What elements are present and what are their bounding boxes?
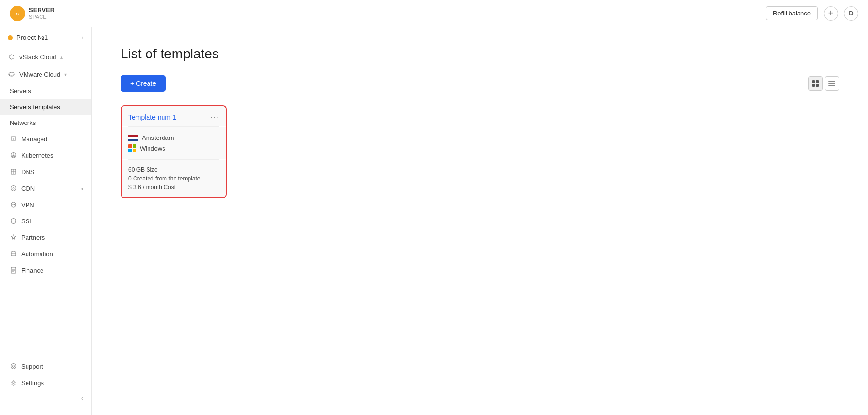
svg-rect-13 <box>812 80 815 83</box>
refill-balance-button[interactable]: Refill balance <box>766 6 818 20</box>
vstack-icon <box>8 53 15 61</box>
page-title: List of templates <box>121 46 839 62</box>
sidebar-item-partners[interactable]: Partners <box>0 229 91 246</box>
svg-point-10 <box>11 364 16 369</box>
vstack-chevron-icon: ▴ <box>60 55 63 60</box>
main-content: List of templates + Create <box>92 27 868 415</box>
sidebar-footer: Support Settings ‹ <box>0 354 91 405</box>
managed-label: Managed <box>21 136 83 143</box>
card-info: Amsterdam Windows <box>122 127 226 159</box>
cdn-chevron-icon: ◂ <box>81 186 83 191</box>
vstack-label: vStack Cloud <box>19 54 56 61</box>
avatar[interactable]: D <box>844 6 858 21</box>
top-header: S SERVER SPACE Refill balance + D <box>0 0 868 27</box>
svg-rect-15 <box>812 84 815 87</box>
sidebar-collapse-button[interactable]: ‹ <box>0 391 91 405</box>
list-view-button[interactable] <box>825 76 839 91</box>
ssl-icon <box>10 217 17 225</box>
logo-space: SPACE <box>29 14 54 20</box>
cost-stat: $ 3.6 / month Cost <box>128 183 219 192</box>
logo: S SERVER SPACE <box>10 6 54 21</box>
finance-label: Finance <box>21 267 83 274</box>
project-dot <box>8 35 13 40</box>
grid-view-button[interactable] <box>808 76 823 91</box>
svg-text:S: S <box>16 12 19 16</box>
card-stats: 60 GB Size 0 Created from the template $… <box>122 160 226 197</box>
list-view-icon <box>828 80 836 87</box>
sidebar-item-servers-templates[interactable]: Servers templates <box>0 99 91 115</box>
svg-rect-5 <box>11 169 16 174</box>
os-label: Windows <box>140 145 165 152</box>
template-name: Template num 1 <box>128 113 176 121</box>
kubernetes-icon <box>10 152 17 159</box>
svg-point-12 <box>13 382 14 384</box>
sidebar-project[interactable]: Project №1 › <box>0 27 91 48</box>
logo-text: SERVER SPACE <box>29 7 54 19</box>
svg-point-11 <box>13 365 15 368</box>
sidebar-item-networks[interactable]: Networks <box>0 115 91 131</box>
vpn-icon <box>10 201 17 208</box>
support-label: Support <box>21 363 83 370</box>
svg-rect-16 <box>816 84 819 87</box>
vmware-label: VMware Cloud <box>19 71 60 78</box>
svg-rect-17 <box>828 81 835 82</box>
vmware-icon <box>8 70 15 78</box>
create-button[interactable]: + Create <box>121 75 166 92</box>
settings-icon <box>10 379 17 387</box>
sidebar-item-servers[interactable]: Servers <box>0 83 91 99</box>
servers-label: Servers <box>10 87 83 95</box>
svg-point-7 <box>13 187 14 189</box>
kubernetes-label: Kubernetes <box>21 152 83 159</box>
sidebar-item-ssl[interactable]: SSL <box>0 213 91 229</box>
sidebar-item-support[interactable]: Support <box>0 358 91 374</box>
project-label: Project №1 <box>16 34 78 41</box>
settings-label: Settings <box>21 379 83 387</box>
sidebar-item-dns[interactable]: DNS <box>0 164 91 180</box>
size-stat: 60 GB Size <box>128 166 219 174</box>
template-card[interactable]: Template num 1 ··· Amsterdam <box>121 105 227 198</box>
location-row: Amsterdam <box>128 133 219 143</box>
svg-rect-19 <box>828 85 835 86</box>
svg-point-6 <box>11 186 16 191</box>
svg-point-2 <box>9 72 14 76</box>
templates-grid: Template num 1 ··· Amsterdam <box>121 105 839 198</box>
finance-icon <box>10 266 17 274</box>
sidebar-item-kubernetes[interactable]: Kubernetes <box>0 147 91 164</box>
automation-icon <box>10 250 17 258</box>
cdn-icon <box>10 184 17 192</box>
card-header: Template num 1 ··· <box>122 106 226 126</box>
layout: Project №1 › vStack Cloud ▴ VMware Cloud <box>0 27 868 415</box>
created-stat: 0 Created from the template <box>128 174 219 183</box>
card-menu-button[interactable]: ··· <box>210 113 219 122</box>
sidebar-item-vstack[interactable]: vStack Cloud ▴ <box>0 48 91 66</box>
netherlands-flag-icon <box>128 135 138 141</box>
windows-icon <box>128 144 136 152</box>
partners-label: Partners <box>21 234 83 241</box>
sidebar-item-vpn[interactable]: VPN <box>0 196 91 213</box>
sidebar-item-managed[interactable]: Managed <box>0 131 91 147</box>
sidebar-item-finance[interactable]: Finance <box>0 262 91 278</box>
automation-label: Automation <box>21 250 83 258</box>
support-icon <box>10 362 17 370</box>
ssl-label: SSL <box>21 218 83 225</box>
view-toggle <box>808 76 839 91</box>
vpn-label: VPN <box>21 201 83 208</box>
logo-icon: S <box>10 6 25 21</box>
header-right: Refill balance + D <box>766 6 858 21</box>
sidebar-item-cdn[interactable]: CDN ◂ <box>0 180 91 196</box>
project-chevron-icon: › <box>82 35 83 40</box>
location-label: Amsterdam <box>142 134 174 141</box>
sidebar-item-settings[interactable]: Settings <box>0 374 91 391</box>
vmware-chevron-icon: ▾ <box>64 72 67 77</box>
cdn-label: CDN <box>21 185 77 192</box>
add-button[interactable]: + <box>824 6 838 21</box>
logo-server: SERVER <box>29 7 54 14</box>
sidebar-item-vmware[interactable]: VMware Cloud ▾ <box>0 66 91 83</box>
sidebar-item-automation[interactable]: Automation <box>0 246 91 262</box>
os-row: Windows <box>128 143 219 153</box>
svg-rect-18 <box>828 83 835 84</box>
servers-templates-label: Servers templates <box>10 103 83 111</box>
dns-icon <box>10 168 17 176</box>
toolbar: + Create <box>121 75 839 92</box>
collapse-icon: ‹ <box>81 395 83 401</box>
